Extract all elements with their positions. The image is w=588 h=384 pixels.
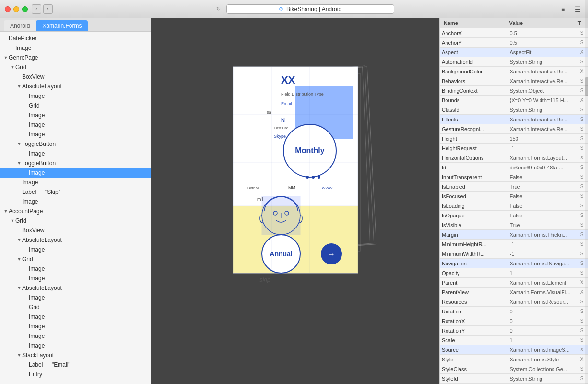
tree-toggle-icon[interactable]: ▼ [16, 237, 22, 243]
property-row[interactable]: StyleClassSystem.Collections.Ge...S [440, 364, 588, 374]
tree-item[interactable]: Image [0, 341, 151, 350]
tree-toggle-icon[interactable]: ▼ [3, 208, 9, 214]
property-row[interactable]: AnchorX0.5S [440, 28, 588, 38]
tree-item[interactable]: BoxView [0, 72, 151, 82]
property-row[interactable]: Bounds{X=0 Y=0 Width=115 H...X [440, 96, 588, 105]
tree-toggle-icon[interactable]: ▼ [16, 84, 22, 89]
tree-item[interactable]: Image [0, 149, 151, 158]
tree-item[interactable]: ▼ GenrePage [0, 53, 151, 62]
tree-item[interactable]: Image [0, 322, 151, 331]
tree-item[interactable]: Image [0, 120, 151, 130]
tree-item[interactable]: Image [0, 331, 151, 341]
tree-toggle-icon[interactable]: ▼ [16, 285, 22, 291]
tree-item[interactable]: ▼ AbsoluteLayout [0, 235, 151, 245]
tree-view[interactable]: DatePicker Image ▼ GenrePage ▼ Grid BoxV… [0, 32, 151, 384]
tree-toggle-icon[interactable]: ▼ [3, 55, 9, 60]
tab-xamarin[interactable]: Xamarin.Forms [36, 20, 88, 31]
tree-item[interactable]: Grid [0, 101, 151, 110]
property-row[interactable]: Rotation0S [440, 307, 588, 316]
property-row[interactable]: RotationY0S [440, 326, 588, 336]
scrollbar-thumb[interactable] [585, 77, 588, 96]
tree-item[interactable]: ▼ Grid [0, 62, 151, 72]
property-row[interactable]: MarginXamarin.Forms.Thickn...S [440, 230, 588, 240]
forward-button[interactable]: › [43, 4, 53, 14]
tree-item[interactable]: ▼ ToggleButton [0, 139, 151, 149]
tree-item[interactable]: Grid [0, 302, 151, 312]
maximize-button[interactable] [22, 6, 28, 12]
tree-item[interactable]: Label — "Email" [0, 360, 151, 370]
property-row[interactable]: ParentXamarin.Forms.ElementX [440, 278, 588, 288]
tree-toggle-icon[interactable]: ▼ [16, 141, 22, 147]
back-button[interactable]: ‹ [32, 4, 41, 14]
property-row[interactable]: MinimumHeightR...-1S [440, 240, 588, 249]
property-row[interactable]: SourceXamarin.Forms.ImageS...X [440, 345, 588, 355]
property-row[interactable]: Iddc6ecc69-c0c0-48fa-...S [440, 163, 588, 172]
tree-item[interactable]: BoxView [0, 226, 151, 235]
tree-item[interactable]: Image [0, 264, 151, 274]
tree-item[interactable]: Image [0, 245, 151, 254]
tree-item[interactable]: ▼ AbsoluteLayout [0, 283, 151, 293]
tree-item[interactable]: Image [0, 293, 151, 302]
property-row[interactable]: ParentViewXamarin.Forms.VisualEl...X [440, 288, 588, 297]
property-row[interactable]: AnchorY0.5S [440, 38, 588, 48]
tree-item[interactable]: Image [0, 312, 151, 322]
property-row[interactable]: IsVisibleTrueS [440, 220, 588, 230]
tree-item-label: Image [29, 274, 45, 283]
refresh-icon[interactable]: ↻ [216, 6, 221, 12]
tree-item[interactable]: Image [0, 43, 151, 53]
property-row[interactable]: IsLoadingFalseS [440, 201, 588, 211]
tree-item[interactable]: Image [0, 130, 151, 139]
property-row[interactable]: Scale1S [440, 336, 588, 345]
tree-item[interactable]: ▼ ToggleButton [0, 158, 151, 168]
tab-android[interactable]: Android [4, 20, 36, 31]
property-row[interactable]: InputTransparentFalseS [440, 172, 588, 182]
tree-item[interactable]: ▼ Grid [0, 216, 151, 226]
scrollbar[interactable] [585, 18, 588, 384]
tree-item[interactable]: ▼ Grid [0, 254, 151, 264]
property-row[interactable]: IsOpaqueFalseS [440, 211, 588, 220]
svg-text:BirthM: BirthM [247, 186, 259, 190]
tree-item[interactable]: Image [0, 178, 151, 187]
address-bar[interactable]: ⚙ BikeSharing | Android [226, 4, 394, 14]
property-row[interactable]: Height153S [440, 134, 588, 144]
tree-item[interactable]: Entry [0, 370, 151, 379]
tree-toggle-icon[interactable]: ▼ [10, 218, 15, 224]
property-row[interactable]: BehaviorsXamarin.Interactive.Re...S [440, 76, 588, 86]
tree-item[interactable]: ▼ AbsoluteLayout [0, 82, 151, 91]
property-row[interactable]: AutomationIdSystem.StringS [440, 57, 588, 67]
property-row[interactable]: StyleIdSystem.StringS [440, 374, 588, 384]
property-row[interactable]: ClassIdSystem.StringS [440, 105, 588, 115]
tree-toggle-icon[interactable]: ▼ [16, 352, 22, 358]
tree-toggle-icon[interactable]: ▼ [10, 64, 15, 70]
tree-item[interactable]: DatePicker [0, 34, 151, 43]
panel-toggle-button[interactable]: ☰ [572, 3, 583, 15]
sidebar-toggle-button[interactable]: ≡ [557, 3, 569, 15]
property-row[interactable]: HorizontalOptionsXamarin.Forms.Layout...… [440, 153, 588, 163]
tree-item[interactable]: Label — "Skip" [0, 187, 151, 197]
tree-item[interactable]: Image [0, 168, 151, 178]
tree-toggle-icon[interactable]: ▼ [16, 256, 22, 262]
tree-toggle-icon[interactable]: ▼ [16, 160, 22, 166]
tree-item[interactable]: ▼ StackLayout [0, 350, 151, 360]
tree-item[interactable]: Image [0, 274, 151, 283]
property-row[interactable]: NavigationXamarin.Forms.INaviga...S [440, 259, 588, 268]
property-row[interactable]: BindingContextSystem.ObjectS [440, 86, 588, 96]
property-row[interactable]: ResourcesXamarin.Forms.Resour...S [440, 297, 588, 307]
property-row[interactable]: HeightRequest-1S [440, 144, 588, 153]
property-row[interactable]: RotationX0S [440, 316, 588, 326]
property-row[interactable]: GestureRecogni...Xamarin.Interactive.Re.… [440, 124, 588, 134]
minimize-button[interactable] [13, 6, 19, 12]
close-button[interactable] [5, 6, 11, 12]
tree-item[interactable]: Image [0, 197, 151, 206]
property-row[interactable]: MinimumWidthR...-1S [440, 249, 588, 259]
tree-item[interactable]: ▼ AccountPage [0, 206, 151, 216]
property-row[interactable]: BackgroundColorXamarin.Interactive.Re...… [440, 67, 588, 76]
property-row[interactable]: IsEnabledTrueS [440, 182, 588, 192]
property-row[interactable]: StyleXamarin.Forms.StyleX [440, 355, 588, 364]
tree-item[interactable]: Image [0, 91, 151, 101]
property-row[interactable]: AspectAspectFitX [440, 48, 588, 57]
tree-item[interactable]: Image [0, 110, 151, 120]
property-row[interactable]: Opacity1S [440, 268, 588, 278]
property-row[interactable]: EffectsXamarin.Interactive.Re...S [440, 115, 588, 124]
property-row[interactable]: IsFocusedFalseS [440, 192, 588, 201]
